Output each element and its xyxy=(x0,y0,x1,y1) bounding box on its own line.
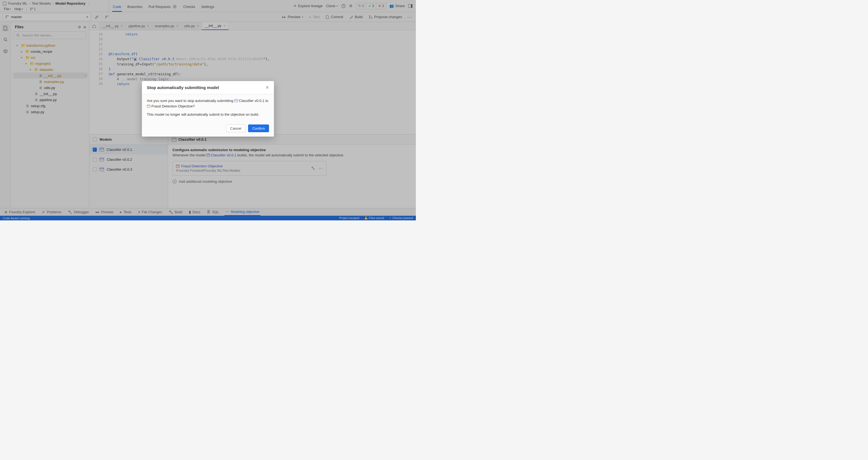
modal-text: Are you sure you want to stop automatica… xyxy=(147,99,234,103)
modal-body: Are you sure you want to stop automatica… xyxy=(142,94,274,121)
close-icon[interactable]: ✕ xyxy=(266,85,269,90)
modal-objective-name: Fraud Detection Objective xyxy=(152,104,193,108)
objective-icon xyxy=(147,105,150,108)
modal-message-2: This model no longer will automatically … xyxy=(147,112,269,117)
confirm-button[interactable]: Confirm xyxy=(248,125,269,132)
modal-title: Stop automatically submitting model xyxy=(147,85,266,90)
modal-text: to xyxy=(264,99,268,103)
cancel-button[interactable]: Cancel xyxy=(226,125,245,132)
confirm-modal: Stop automatically submitting model ✕ Ar… xyxy=(142,81,274,137)
modal-footer: Cancel Confirm xyxy=(142,121,274,137)
modal-message-1: Are you sure you want to stop automatica… xyxy=(147,98,269,109)
modal-model-name: Classifier v0.0.1 xyxy=(239,99,264,103)
model-icon xyxy=(234,99,238,102)
modal-text: ? xyxy=(193,104,195,108)
modal-header: Stop automatically submitting model ✕ xyxy=(142,81,274,94)
modal-overlay[interactable]: Stop automatically submitting model ✕ Ar… xyxy=(0,0,416,220)
